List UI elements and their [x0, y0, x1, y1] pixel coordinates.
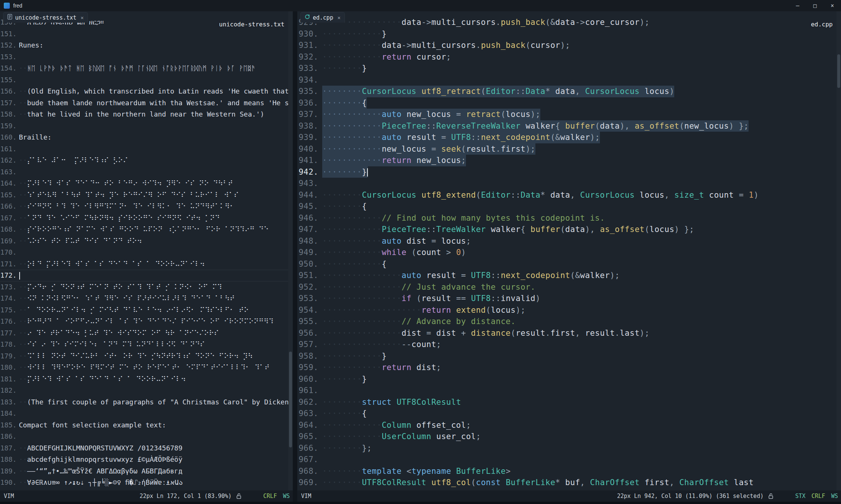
text-line[interactable]: 165.··⠱⠁⠞⠑⠧⠻ ⠁⠃⠳⠞ ⠹⠁⠞⠲ ⡹⠑ ⠗⠑⠛⠊⠌⠻ ⠕⠋ ⠙⠊⠎ … — [0, 189, 288, 201]
code-line[interactable]: 929.················data->multi_cursors.… — [297, 17, 836, 28]
text-line[interactable]: 183.··(The first couple of paragraphs of… — [0, 396, 288, 408]
code-line[interactable]: 938.············PieceTree::ReverseTreeWa… — [297, 120, 836, 132]
text-line[interactable]: 166.··⠎⠊⠛⠝⠫ ⠃⠹ ⠹⠑ ⠊⠇⠻⠛⠹⠍⠁⠝⠂ ⠹⠑ ⠊⠇⠻⠅⠂ ⠹⠑ … — [0, 201, 288, 212]
text-line[interactable]: 182. — [0, 385, 288, 396]
code-line[interactable]: 961. — [297, 385, 836, 396]
text-line[interactable]: 174.··⠪⠝ ⠅⠝⠪⠇⠫⠛⠑⠂ ⠱⠁⠞ ⠹⠻⠑ ⠊⠎ ⠏⠜⠞⠊⠊⠥⠇⠜⠇⠹ … — [0, 293, 288, 304]
code-line[interactable]: 950.············{ — [297, 258, 836, 270]
text-line[interactable]: 178.··⠊⠎ ⠔ ⠹⠑ ⠎⠊⠍⠊⠇⠑⠆ ⠁⠝⠙ ⠍⠹ ⠥⠝⠙⠁⠇⠇⠪⠫ ⠙⠁… — [0, 339, 288, 350]
text-line[interactable]: 186. — [0, 431, 288, 443]
text-line[interactable]: 168.··⡎⠊⠗⠕⠕⠛⠑⠰⠎ ⠝⠁⠍⠑ ⠺⠁⠎ ⠛⠕⠕⠙ ⠥⠏⠕⠝ ⠰⡡⠁⠝⠛… — [0, 224, 288, 235]
close-button[interactable]: × — [824, 0, 841, 11]
text-line[interactable]: 180.··⠺⠊⠇⠇ ⠹⠻⠑⠋⠕⠗⠑ ⠏⠻⠍⠊⠞ ⠍⠑ ⠞⠕ ⠗⠑⠏⠑⠁⠞⠂ ⠑… — [0, 362, 288, 373]
code-line[interactable]: 932.············return cursor; — [297, 51, 836, 63]
right-scrollbar[interactable] — [836, 11, 841, 490]
text-line[interactable]: 157.··bude thaem lande northweardum with… — [0, 97, 288, 109]
text-line[interactable]: 163. — [0, 166, 288, 178]
text-line[interactable]: 154.··ᚻᛖ ᚳᚹᚫᚦ ᚦᚫᛏ ᚻᛖ ᛒᚢᛞᛖ ᚩᚾ ᚦᚫᛗ ᛚᚪᚾᛞᛖ ᚾ… — [0, 63, 288, 74]
code-line[interactable]: 931.············data->multi_cursors.push… — [297, 40, 836, 51]
code-line[interactable]: 955.················// Advance by distan… — [297, 316, 836, 327]
code-line[interactable]: 966.········}; — [297, 443, 836, 454]
text-line[interactable]: 155. — [0, 74, 288, 86]
code-line[interactable]: 952.················// Just advance the … — [297, 281, 836, 293]
text-line[interactable]: 169.··⠡⠕⠎⠑ ⠞⠕ ⠏⠥⠞ ⠙⠊⠎ ⠙⠁⠝⠙ ⠞⠕⠲ — [0, 235, 288, 247]
code-line[interactable]: 962.········struct UTF8ColResult — [297, 396, 836, 408]
text-line[interactable]: 160.Braille: — [0, 132, 288, 143]
code-line[interactable]: 937.············auto new_locus = retract… — [297, 109, 836, 120]
text-line[interactable]: 151. — [0, 28, 288, 40]
code-line[interactable]: 954.····················return extend(lo… — [297, 304, 836, 316]
right-editor-text-area[interactable]: 929.················data->multi_cursors.… — [297, 11, 836, 490]
code-line[interactable]: 948.············auto dist = locus; — [297, 235, 836, 247]
code-line[interactable]: 941.············return new_locus; — [297, 155, 836, 166]
code-line[interactable]: 957.················--count; — [297, 339, 836, 350]
code-line[interactable]: 947.············PieceTree::TreeWalker wa… — [297, 224, 836, 235]
code-line[interactable]: 936.········{ — [297, 97, 836, 109]
left-editor-text-area[interactable]: 150.··እግርህን በፍራሽህ ልክ ዘርጋ።151.152.Runes:1… — [0, 11, 288, 490]
encoding-indicator[interactable]: STX — [795, 493, 806, 499]
code-line[interactable]: 935.········CursorLocus utf8_retract(Edi… — [297, 86, 836, 97]
tab-unicode-stress-txt[interactable]: unicode-stress.txt × — [3, 12, 88, 23]
text-line[interactable]: 173.··⡍⠔⠙⠖ ⡊ ⠙⠕⠝⠰⠞ ⠍⠑⠁⠝ ⠞⠕ ⠎⠁⠹ ⠹⠁⠞ ⡊ ⠅⠝⠪… — [0, 281, 288, 293]
minimize-button[interactable]: – — [789, 0, 806, 11]
line-ending-indicator[interactable]: CRLF — [812, 493, 825, 499]
text-line[interactable]: 172. — [0, 270, 288, 281]
code-line[interactable]: 960.········} — [297, 373, 836, 385]
maximize-button[interactable]: □ — [806, 0, 824, 11]
code-line[interactable]: 945.········{ — [297, 201, 836, 212]
code-line[interactable]: 956.················dist = dist + distan… — [297, 327, 836, 339]
text-line[interactable]: 177.··⠔ ⠹⠑ ⠞⠗⠁⠙⠑⠲ ⡃⠥⠞ ⠹⠑ ⠺⠊⠎⠙⠕⠍ ⠕⠋ ⠳⠗ ⠁⠝… — [0, 327, 288, 339]
code-line[interactable]: 953.················if (result == UTF8::… — [297, 293, 836, 304]
text-line[interactable]: 167.··⠁⠝⠙ ⠹⠑ ⠡⠊⠑⠋ ⠍⠳⠗⠝⠻⠲ ⡎⠊⠗⠕⠕⠛⠑ ⠎⠊⠛⠝⠫ ⠊… — [0, 212, 288, 224]
code-line[interactable]: 968.········template <typename BufferLik… — [297, 466, 836, 477]
text-line[interactable]: 170. — [0, 247, 288, 258]
code-line[interactable]: 959.············return dist; — [297, 362, 836, 373]
right-scrollbar-thumb[interactable] — [837, 54, 840, 88]
text-line[interactable]: 164.··⡍⠜⠇⠑⠹ ⠺⠁⠎ ⠙⠑⠁⠙⠒ ⠞⠕ ⠃⠑⠛⠔ ⠺⠊⠹⠲ ⡹⠻⠑ ⠊… — [0, 178, 288, 189]
text-line[interactable]: 175.··⠁ ⠙⠕⠕⠗⠤⠝⠁⠊⠇⠲ ⡊ ⠍⠊⠣⠞ ⠙⠁⠧⠑ ⠃⠑⠲ ⠔⠊⠇⠔⠫… — [0, 304, 288, 316]
text-line[interactable]: 159. — [0, 120, 288, 132]
code-line[interactable]: 933.········} — [297, 63, 836, 74]
text-line[interactable]: 188.··abcdefghijklmnopqrstuvwxyz £©µÀÆÖÞ… — [0, 454, 288, 466]
code-line[interactable]: 939.············auto result = UTF8::next… — [297, 132, 836, 143]
code-line[interactable]: 930.············} — [297, 28, 836, 40]
text-line[interactable]: 176.··⠗⠑⠛⠜⠙ ⠁ ⠊⠕⠋⠋⠔⠤⠝⠁⠊⠇ ⠁⠎ ⠹⠑ ⠙⠑⠁⠙⠑⠌ ⠏⠊… — [0, 316, 288, 327]
text-line[interactable]: 184. — [0, 408, 288, 419]
code-line[interactable]: 964.············Column offset_col; — [297, 419, 836, 431]
code-line[interactable]: 934. — [297, 74, 836, 86]
code-line[interactable]: 940.············new_locus = seek(result.… — [297, 143, 836, 155]
text-line[interactable]: 153. — [0, 51, 288, 63]
pane-divider[interactable] — [293, 11, 297, 490]
text-line[interactable]: 161. — [0, 143, 288, 155]
text-line[interactable]: 181.··⡍⠜⠇⠑⠹ ⠺⠁⠎ ⠁⠎ ⠙⠑⠁⠙ ⠁⠎ ⠁ ⠙⠕⠕⠗⠤⠝⠁⠊⠇⠲ — [0, 373, 288, 385]
code-line[interactable]: 944.········CursorLocus utf8_extend(Edit… — [297, 189, 836, 201]
line-ending-indicator[interactable]: CRLF — [263, 493, 277, 499]
code-line[interactable]: 969.········UTF8ColResult utf8_col(const… — [297, 477, 836, 489]
code-line[interactable]: 942.········} — [297, 166, 836, 178]
text-line[interactable]: 179.··⠩⠁⠇⠇ ⠝⠕⠞ ⠙⠊⠌⠥⠗⠃ ⠊⠞⠂ ⠕⠗ ⠹⠑ ⡊⠳⠝⠞⠗⠹⠰⠎… — [0, 350, 288, 362]
tab-close-icon[interactable]: × — [81, 15, 84, 21]
text-line[interactable]: 156.··(Old English, which transcribed in… — [0, 86, 288, 97]
whitespace-indicator[interactable]: WS — [283, 493, 290, 499]
text-line[interactable]: 162.··⡌⠁⠧⠑ ⠼⠁⠒ ⡍⠜⠇⠑⠹⠰⠎ ⡣⠕⠌ — [0, 155, 288, 166]
code-line[interactable]: 965.············UserColumn user_col; — [297, 431, 836, 443]
left-scrollbar-thumb[interactable] — [289, 352, 292, 447]
code-line[interactable]: 949.············while (count > 0) — [297, 247, 836, 258]
text-line[interactable]: 158.··that he lived in the northern land… — [0, 109, 288, 120]
code-line[interactable]: 943. — [297, 178, 836, 189]
code-line[interactable]: 967. — [297, 454, 836, 466]
text-line[interactable]: 190.··∀∂∈ℝ∧∪≡∞ ↑↗↨↻⇣ ┐┼╔╘░►☺♀ ﬁ�⑀₂ἠḂӥẄɐː… — [0, 477, 288, 489]
left-scrollbar[interactable] — [288, 11, 293, 490]
code-line[interactable]: 958.············} — [297, 350, 836, 362]
text-line[interactable]: 185.Compact font selection example text: — [0, 419, 288, 431]
code-line[interactable]: 946.············// Find out how many byt… — [297, 212, 836, 224]
code-line[interactable]: 963.········{ — [297, 408, 836, 419]
code-line[interactable]: 951.················auto result = UTF8::… — [297, 270, 836, 281]
tab-close-icon[interactable]: × — [337, 15, 340, 21]
whitespace-indicator[interactable]: WS — [831, 493, 838, 499]
text-line[interactable]: 187.··ABCDEFGHIJKLMNOPQRSTUVWXYZ /012345… — [0, 443, 288, 454]
text-line[interactable]: 189.··–—‘“”„†•…‰™œŠŸž€ ΑΒΓΔΩαβγδω АБВГДа… — [0, 466, 288, 477]
tab-ed-cpp[interactable]: ed.cpp × — [300, 12, 345, 23]
text-line[interactable]: 152.Runes: — [0, 40, 288, 51]
text-line[interactable]: 171.··⡕⠇⠙ ⡍⠜⠇⠑⠹ ⠺⠁⠎ ⠁⠎ ⠙⠑⠁⠙ ⠁⠎ ⠁ ⠙⠕⠕⠗⠤⠝⠁… — [0, 258, 288, 270]
